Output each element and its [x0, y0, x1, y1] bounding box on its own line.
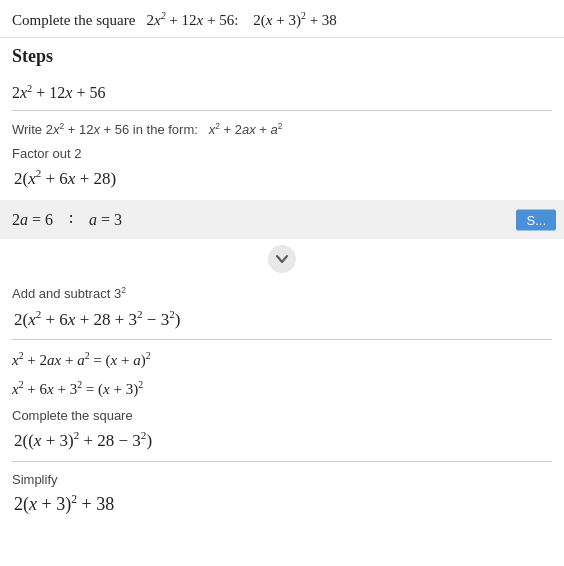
complete-square-result: 2((x + 3)2 + 28 − 32): [12, 425, 552, 457]
steps-title: Steps: [12, 46, 552, 67]
steps-container: Steps 2x2 + 12x + 56 Write 2x2 + 12x + 5…: [0, 38, 564, 529]
header-text: Complete the square: [12, 12, 135, 28]
divider-2: [12, 339, 552, 340]
add-subtract-label: Add and subtract 32: [12, 279, 552, 303]
divider-3: [12, 461, 552, 462]
initial-expression: 2x2 + 12x + 56: [12, 77, 552, 106]
add-subtract-result: 2(x2 + 6x + 28 + 32 − 32): [12, 304, 552, 336]
complete-square-label: Complete the square: [12, 402, 552, 425]
highlight-box: 2a = 6 ∶ a = 3 S...: [0, 200, 564, 239]
header: Complete the square 2x2 + 12x + 56: 2(x …: [0, 0, 564, 38]
factor-out-label: Factor out 2: [12, 140, 552, 163]
show-button[interactable]: S...: [516, 209, 556, 230]
simplify-result: 2(x + 3)2 + 38: [12, 489, 552, 521]
factor-result: 2(x2 + 6x + 28): [12, 163, 552, 195]
header-expression: 2x2 + 12x + 56: 2(x + 3)2 + 38: [147, 12, 337, 28]
simplify-label: Simplify: [12, 466, 552, 489]
chevron-down-icon: [275, 252, 289, 266]
divider-1: [12, 110, 552, 111]
eq1: 2a = 6 ∶ a = 3: [12, 210, 122, 229]
chevron-down-button[interactable]: [268, 245, 296, 273]
identity-2: x2 + 6x + 32 = (x + 3)2: [12, 373, 552, 402]
write-label: Write 2x2 + 12x + 56 in the form: x2 + 2…: [12, 115, 552, 139]
identity-1: x2 + 2ax + a2 = (x + a)2: [12, 344, 552, 373]
